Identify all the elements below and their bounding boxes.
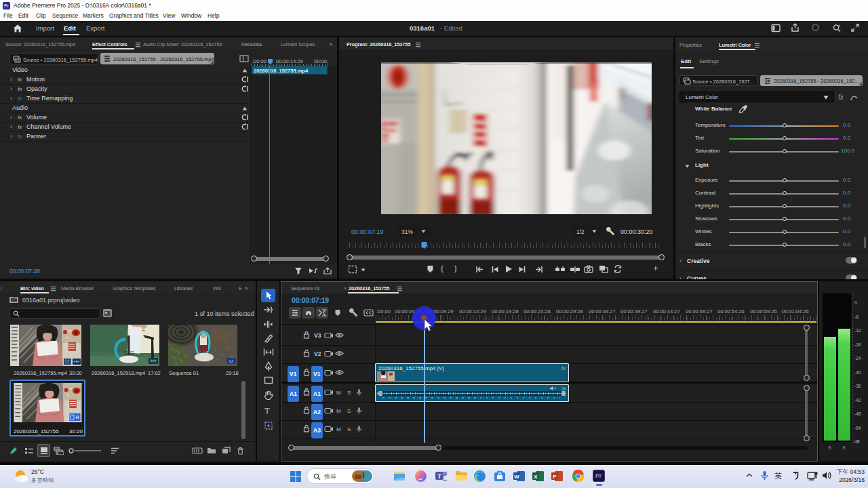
svg-text:P: P — [553, 474, 557, 480]
svg-text:W: W — [514, 474, 519, 480]
svg-text:X: X — [534, 474, 538, 480]
svg-text:M: M — [229, 359, 234, 365]
svg-text:T: T — [437, 473, 441, 480]
